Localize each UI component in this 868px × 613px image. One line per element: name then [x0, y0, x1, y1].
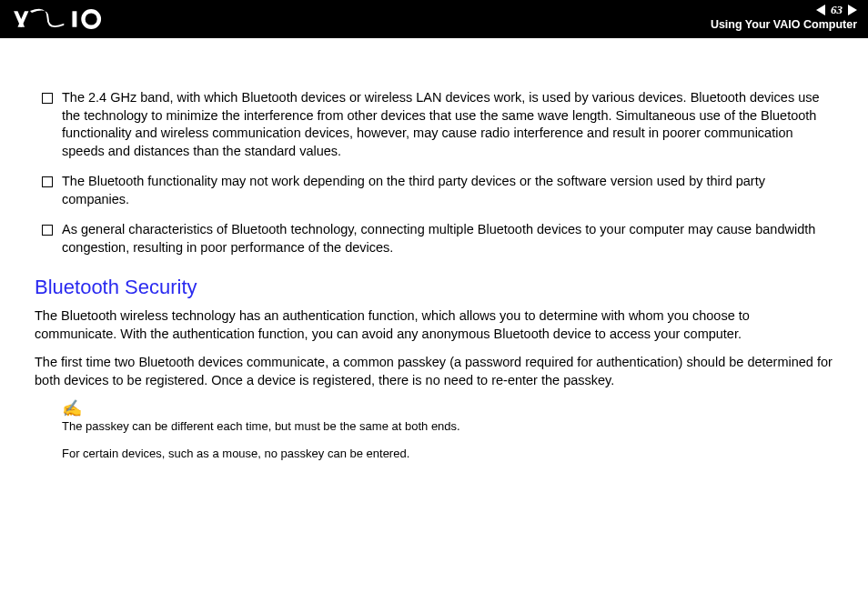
svg-rect-0	[72, 11, 76, 26]
header-subtitle: Using Your VAIO Computer	[711, 18, 857, 31]
page-header: 63 Using Your VAIO Computer	[0, 0, 868, 38]
page-content: The 2.4 GHz band, with which Bluetooth d…	[0, 38, 868, 462]
next-page-icon[interactable]	[848, 5, 857, 15]
body-paragraph: The first time two Bluetooth devices com…	[35, 354, 833, 389]
svg-point-1	[83, 11, 98, 26]
note-text: The passkey can be different each time, …	[62, 418, 833, 435]
page-navigator: 63	[816, 3, 857, 17]
note-block: ✍ The passkey can be different each time…	[62, 400, 833, 461]
section-heading: Bluetooth Security	[35, 274, 833, 301]
note-text: For certain devices, such as a mouse, no…	[62, 446, 833, 462]
body-paragraph: The Bluetooth wireless technology has an…	[35, 307, 833, 343]
bullet-list: The 2.4 GHz band, with which Bluetooth d…	[35, 89, 833, 257]
note-icon: ✍	[62, 400, 833, 417]
page-number: 63	[827, 3, 846, 17]
prev-page-icon[interactable]	[816, 5, 825, 15]
list-item: The Bluetooth functionality may not work…	[35, 173, 833, 208]
list-item: As general characteristics of Bluetooth …	[35, 221, 833, 256]
vaio-logo	[13, 2, 122, 36]
list-item: The 2.4 GHz band, with which Bluetooth d…	[35, 89, 833, 160]
